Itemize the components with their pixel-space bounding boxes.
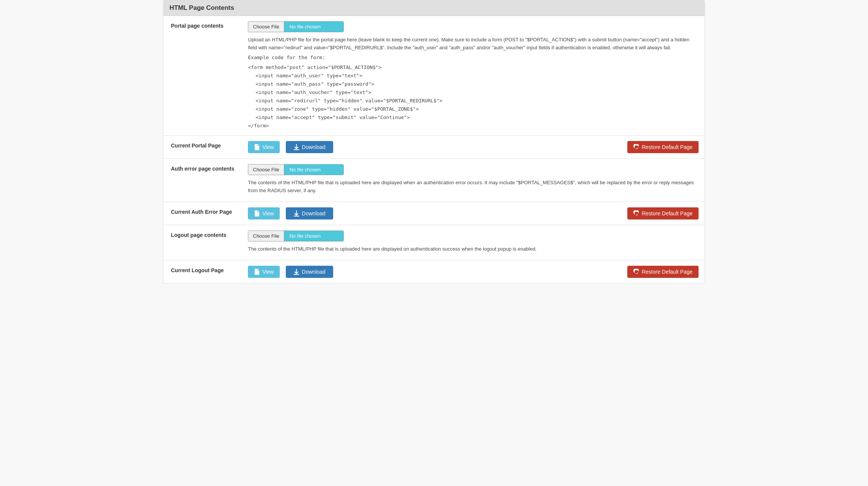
logout-restore-label: Restore Default Page: [642, 269, 693, 275]
auth-error-view-label: View: [262, 210, 274, 216]
logout-actions-left: View Download: [248, 266, 333, 278]
logout-no-file-label: No file chosen: [284, 231, 343, 241]
current-logout-page-row: Current Logout Page View: [163, 260, 705, 283]
current-portal-page-label: Current Portal Page: [163, 136, 242, 159]
auth-error-page-contents-row: Auth error page contents Choose File No …: [163, 159, 705, 202]
logout-page-contents-value: Choose File No file chosen The contents …: [242, 225, 705, 260]
current-auth-error-page-actions: View Download: [242, 202, 705, 225]
logout-view-label: View: [262, 269, 274, 275]
portal-example-label: Example code for the form:: [248, 53, 699, 62]
current-logout-page-actions: View Download: [242, 260, 705, 283]
current-portal-page-actions: View Download: [242, 136, 705, 159]
panel-title: HTML Page Contents: [163, 0, 705, 16]
portal-file-input[interactable]: Choose File No file chosen: [248, 21, 344, 32]
code-line-2: <input name="auth_pass" type="password">: [248, 80, 699, 88]
auth-error-actions-left: View Download: [248, 207, 333, 219]
portal-code-block: <form method="post" action="$PORTAL_ACTI…: [248, 63, 699, 130]
portal-view-button[interactable]: View: [248, 141, 280, 153]
auth-error-download-label: Download: [302, 210, 325, 216]
doc-icon-2: [254, 210, 260, 216]
logout-choose-file-button[interactable]: Choose File: [248, 231, 284, 241]
auth-error-actions-right: Restore Default Page: [627, 207, 699, 219]
portal-page-contents-row: Portal page contents Choose File No file…: [163, 16, 705, 136]
auth-error-restore-label: Restore Default Page: [642, 210, 693, 216]
auth-error-view-button[interactable]: View: [248, 207, 280, 219]
html-page-contents-panel: HTML Page Contents Portal page contents …: [163, 0, 705, 284]
logout-actions-wrapper: View Download: [248, 266, 699, 278]
portal-actions-right: Restore Default Page: [627, 141, 699, 153]
portal-view-label: View: [262, 144, 274, 150]
code-line-3: <input name="auth_voucher" type="text">: [248, 88, 699, 97]
logout-view-button[interactable]: View: [248, 266, 280, 278]
portal-actions-wrapper: View Download: [248, 141, 699, 153]
download-icon-2: [293, 210, 299, 216]
auth-error-page-contents-value: Choose File No file chosen The contents …: [242, 159, 705, 202]
logout-page-contents-label: Logout page contents: [163, 225, 242, 260]
auth-error-restore-button[interactable]: Restore Default Page: [627, 207, 699, 219]
logout-page-contents-row: Logout page contents Choose File No file…: [163, 225, 705, 260]
auth-error-no-file-label: No file chosen: [284, 165, 343, 175]
code-line-5: <input name="zone" type="hidden" value="…: [248, 105, 699, 113]
portal-choose-file-button[interactable]: Choose File: [248, 22, 284, 32]
content-table: Portal page contents Choose File No file…: [163, 16, 705, 283]
auth-error-choose-file-button[interactable]: Choose File: [248, 165, 284, 175]
portal-page-contents-value: Choose File No file chosen Upload an HTM…: [242, 16, 705, 136]
code-line-1: <input name="auth_user" type="text">: [248, 72, 699, 80]
auth-error-page-contents-label: Auth error page contents: [163, 159, 242, 202]
code-line-0: <form method="post" action="$PORTAL_ACTI…: [248, 63, 699, 72]
auth-error-file-input[interactable]: Choose File No file chosen: [248, 164, 344, 175]
portal-download-label: Download: [302, 144, 325, 150]
code-line-6: <input name="accept" type="submit" value…: [248, 113, 699, 122]
doc-icon: [254, 144, 260, 150]
logout-file-input[interactable]: Choose File No file chosen: [248, 230, 344, 241]
restore-icon-2: [633, 210, 639, 216]
logout-actions-right: Restore Default Page: [627, 266, 699, 278]
restore-icon: [633, 144, 639, 150]
portal-restore-button[interactable]: Restore Default Page: [627, 141, 699, 153]
current-auth-error-page-row: Current Auth Error Page View: [163, 202, 705, 225]
download-icon: [293, 144, 299, 150]
restore-icon-3: [633, 269, 639, 275]
portal-download-button[interactable]: Download: [286, 141, 333, 153]
auth-error-description: The contents of the HTML/PHP file that i…: [248, 179, 699, 195]
doc-icon-3: [254, 269, 260, 275]
portal-restore-label: Restore Default Page: [642, 144, 693, 150]
auth-error-actions-wrapper: View Download: [248, 207, 699, 219]
logout-download-label: Download: [302, 269, 325, 275]
current-logout-page-label: Current Logout Page: [163, 260, 242, 283]
portal-no-file-label: No file chosen: [284, 22, 343, 32]
portal-description: Upload an HTML/PHP file for the portal p…: [248, 36, 699, 52]
current-auth-error-page-label: Current Auth Error Page: [163, 202, 242, 225]
portal-page-contents-label: Portal page contents: [163, 16, 242, 136]
code-line-7: </form>: [248, 122, 699, 130]
code-line-4: <input name="redirurl" type="hidden" val…: [248, 97, 699, 105]
logout-restore-button[interactable]: Restore Default Page: [627, 266, 699, 278]
download-icon-3: [293, 269, 299, 275]
portal-actions-left: View Download: [248, 141, 333, 153]
logout-description: The contents of the HTML/PHP file that i…: [248, 245, 699, 253]
auth-error-download-button[interactable]: Download: [286, 207, 333, 219]
current-portal-page-row: Current Portal Page View: [163, 136, 705, 159]
logout-download-button[interactable]: Download: [286, 266, 333, 278]
